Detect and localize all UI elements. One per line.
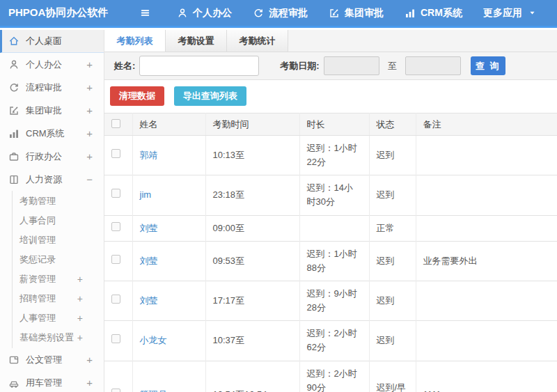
table-header-row: 姓名考勤时间时长状态备注 [104,113,557,136]
nav-item-personal-office[interactable]: 个人办公 [166,0,242,27]
row-checkbox[interactable] [111,149,120,158]
employee-name-cell: 郭靖 [132,136,205,175]
duration-cell [299,215,369,241]
sidebar-item-label: 个人办公 [26,58,86,71]
sidebar-subitem-hr-contract[interactable]: 人事合同 [13,211,104,230]
table-row: 刘莹09:53至迟到：1小时88分迟到业务需要外出 [104,241,557,281]
row-checkbox[interactable] [111,222,120,231]
employee-name-link[interactable]: 刘莹 [140,295,158,306]
sidebar-item-label: 用车管理 [26,377,86,389]
expand-icon[interactable]: + [86,82,93,93]
table-body: 郭靖10:13至迟到：1小时22分迟到jim23:18至迟到：14小时30分迟到… [104,136,557,392]
sidebar-subitem-attendance-mgmt[interactable]: 考勤管理 [13,191,104,211]
edit-icon [8,105,19,116]
expand-icon[interactable]: + [77,313,83,323]
sidebar-subitem-label: 薪资管理 [19,273,77,285]
nav-item-more-apps[interactable]: 更多应用 [473,0,547,27]
note-cell [416,321,557,361]
row-checkbox[interactable] [111,295,120,304]
nav-item-crm[interactable]: CRM系统 [394,0,473,27]
row-checkbox[interactable] [111,189,120,198]
note-cell: 1111 [416,361,557,392]
expand-icon[interactable]: + [86,151,93,162]
row-checkbox-cell [104,241,132,281]
chart-icon [405,8,416,19]
status-cell: 迟到 [369,241,416,281]
nav-item-group-approval[interactable]: 集团审批 [318,0,394,27]
sidebar-item-desktop[interactable]: 个人桌面 [0,30,104,53]
sidebar-subitem-label: 基础类别设置 [19,331,77,344]
row-checkbox[interactable] [111,389,120,392]
attendance-time-cell: 09:00至 [205,215,299,241]
table-row: 刘莹17:17至迟到：9小时28分迟到 [104,281,557,320]
sidebar-item-vehicle-mgmt[interactable]: 用车管理+ [0,371,104,392]
sidebar-item-admin-office[interactable]: 行政办公+ [0,145,104,168]
sidebar-subitem-label: 人事管理 [19,312,77,324]
sidebar-subitem-recruitment-mgmt[interactable]: 招聘管理+ [13,289,104,308]
sidebar-subitem-reward-punishment[interactable]: 奖惩记录 [13,250,104,269]
export-list-button[interactable]: 导出查询列表 [174,86,246,106]
expand-icon[interactable]: + [77,333,83,343]
sidebar-subitem-label: 培训管理 [19,234,83,246]
employee-name-link[interactable]: 小龙女 [140,335,167,345]
row-checkbox-cell [104,175,132,215]
status-cell: 迟到 [369,136,416,175]
expand-icon[interactable]: + [86,128,93,139]
table-row: jim23:18至迟到：14小时30分迟到 [104,175,557,215]
clear-data-button[interactable]: 清理数据 [110,86,164,106]
column-header: 状态 [369,113,416,136]
status-cell: 迟到 [369,175,416,215]
attendance-time-cell: 17:17至 [205,281,299,320]
attendance-time-cell: 10:13至 [205,136,299,175]
tab-attendance-list[interactable]: 考勤列表 [104,30,166,52]
flow-icon [8,82,19,93]
employee-name-cell: 刘莹 [132,215,205,241]
menu-icon[interactable] [139,7,151,19]
row-checkbox-cell [104,215,132,241]
sidebar-subitem-training-mgmt[interactable]: 培训管理 [13,230,104,250]
employee-name-link[interactable]: 刘莹 [140,256,158,266]
sidebar-item-label: CRM系统 [26,127,86,140]
tab-attendance-stats[interactable]: 考勤统计 [227,30,288,52]
sidebar-item-crm[interactable]: CRM系统+ [0,122,104,145]
attendance-table: 姓名考勤时间时长状态备注 郭靖10:13至迟到：1小时22分迟到jim23:18… [104,113,557,392]
employee-name-link[interactable]: 管理员 [140,389,167,392]
status-cell: 迟到/早退 [369,361,416,392]
sidebar-item-hr[interactable]: 人力资源− [0,168,104,191]
sidebar-item-workflow-approval[interactable]: 流程审批+ [0,76,104,99]
search-button[interactable]: 查 询 [471,56,505,75]
sidebar-subitem-salary-mgmt[interactable]: 薪资管理+ [13,269,104,289]
nav-item-workflow-approval[interactable]: 流程审批 [242,0,318,27]
name-filter-input[interactable] [139,56,259,76]
chart-icon [8,128,19,139]
sidebar-item-label: 流程审批 [26,81,86,94]
date-from-input[interactable] [324,56,379,75]
expand-icon[interactable]: + [77,274,83,284]
expand-icon[interactable]: + [86,354,93,365]
select-all-checkbox[interactable] [111,119,120,128]
expand-icon[interactable]: + [86,59,93,70]
sidebar-item-document-mgmt[interactable]: 公文管理+ [0,348,104,371]
sidebar-item-group-approval[interactable]: 集团审批+ [0,99,104,122]
expand-icon[interactable]: + [86,105,93,116]
tab-attendance-settings[interactable]: 考勤设置 [166,30,227,52]
collapse-icon[interactable]: − [86,174,93,185]
expand-icon[interactable]: + [86,377,93,388]
table-row: 刘莹09:00至正常 [104,215,557,241]
note-cell [416,281,557,320]
sidebar-subitem-base-category-settings[interactable]: 基础类别设置+ [13,328,104,347]
sidebar-subitem-personnel-mgmt[interactable]: 人事管理+ [13,308,104,328]
sidebar-item-personal-office[interactable]: 个人办公+ [0,53,104,76]
row-checkbox[interactable] [111,334,120,343]
employee-name-link[interactable]: jim [140,189,152,200]
employee-name-link[interactable]: 郭靖 [140,150,158,160]
row-checkbox-cell [104,136,132,175]
briefcase-icon [8,151,19,162]
row-checkbox[interactable] [111,255,120,264]
employee-name-cell: jim [132,175,205,215]
expand-icon[interactable]: + [77,294,83,304]
date-to-input[interactable] [405,56,461,75]
employee-name-link[interactable]: 刘莹 [140,223,158,233]
sidebar: 个人桌面个人办公+流程审批+集团审批+CRM系统+行政办公+人力资源−考勤管理人… [0,30,104,392]
date-filter-label: 考勤日期: [280,60,319,72]
